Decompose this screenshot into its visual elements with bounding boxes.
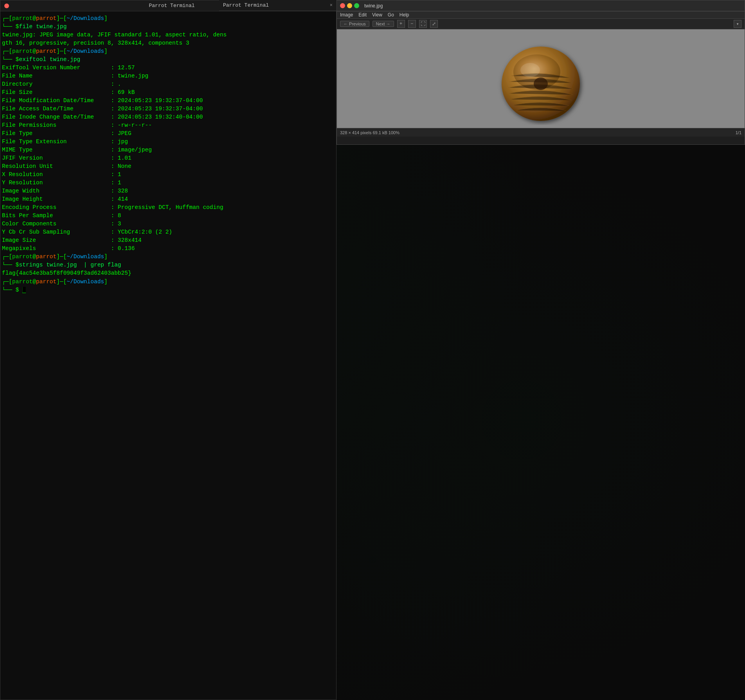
- main-terminal[interactable]: Parrot Terminal ┌─[parrot@parrot]─[~/Dow…: [0, 0, 337, 700]
- win-close-btn[interactable]: [340, 3, 345, 8]
- next-btn[interactable]: Next →: [372, 21, 394, 27]
- fit-icon[interactable]: ⛶: [419, 20, 427, 28]
- menu-image[interactable]: Image: [340, 12, 353, 18]
- image-display: [337, 29, 745, 128]
- image-titlebar: twine.jpg: [337, 0, 745, 11]
- image-toolbar: ← Previous Next → + − ⛶ ⤢ ▾: [337, 19, 745, 29]
- close-button[interactable]: [4, 4, 9, 8]
- zoom-out-icon[interactable]: −: [408, 20, 416, 28]
- menu-help[interactable]: Help: [399, 12, 409, 18]
- second-terminal-tab[interactable]: Parrot Terminal ×: [219, 0, 337, 11]
- win-max-btn[interactable]: [354, 3, 359, 8]
- second-terminal-title: Parrot Terminal: [223, 2, 269, 8]
- prev-btn[interactable]: ← Previous: [340, 21, 369, 27]
- zoom-in-icon[interactable]: +: [397, 20, 405, 28]
- terminal-content: ┌─[parrot@parrot]─[~/Downloads] └── $fil…: [0, 11, 336, 297]
- image-statusbar: 328 × 414 pixels 69.1 kB 100% 1/1: [337, 128, 745, 137]
- svg-point-2: [534, 77, 548, 90]
- win-min-btn[interactable]: [347, 3, 352, 8]
- twine-image: [496, 33, 586, 125]
- image-title: twine.jpg: [364, 3, 383, 9]
- fullscreen-icon[interactable]: ⤢: [430, 20, 438, 28]
- image-page: 1/1: [736, 130, 741, 135]
- image-viewer[interactable]: twine.jpg Image Edit View Go Help ← Prev…: [337, 0, 745, 145]
- menu-view[interactable]: View: [372, 12, 382, 18]
- second-close-icon[interactable]: ×: [330, 3, 333, 8]
- image-status: 328 × 414 pixels 69.1 kB 100%: [340, 130, 399, 135]
- menu-go[interactable]: Go: [388, 12, 394, 18]
- image-menubar: Image Edit View Go Help: [337, 11, 745, 19]
- terminal-output: ┌─[parrot@parrot]─[~/Downloads] └── $fil…: [2, 14, 335, 294]
- svg-point-3: [520, 63, 540, 77]
- menu-icon[interactable]: ▾: [734, 20, 741, 28]
- menu-edit[interactable]: Edit: [358, 12, 367, 18]
